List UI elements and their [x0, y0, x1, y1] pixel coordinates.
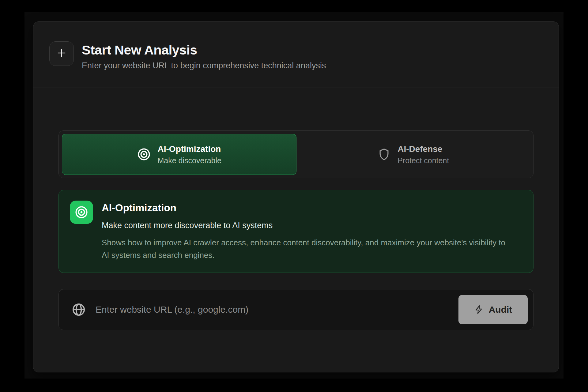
- screen: Start New Analysis Enter your website UR…: [0, 0, 588, 392]
- mode-card-subtitle: Make content more discoverable to AI sys…: [102, 221, 509, 230]
- tab-ai-defense[interactable]: AI-Defense Protect content: [296, 134, 530, 175]
- tab-text: AI-Defense Protect content: [398, 144, 449, 165]
- page-title: Start New Analysis: [82, 42, 326, 58]
- tab-label: AI-Defense: [398, 144, 449, 154]
- mode-card-description: Shows how to improve AI crawler access, …: [102, 236, 509, 262]
- tab-sublabel: Protect content: [398, 156, 449, 165]
- panel-body: AI-Optimization Make discoverable AI-Def…: [33, 88, 559, 330]
- website-url-input[interactable]: [96, 289, 458, 330]
- page-subtitle: Enter your website URL to begin comprehe…: [82, 61, 326, 70]
- tab-text: AI-Optimization Make discoverable: [158, 144, 221, 165]
- audit-button-label: Audit: [489, 304, 512, 315]
- lightning-icon: [474, 305, 484, 315]
- start-analysis-panel: Start New Analysis Enter your website UR…: [33, 21, 559, 372]
- tab-ai-optimization[interactable]: AI-Optimization Make discoverable: [62, 134, 296, 175]
- mode-toggle: AI-Optimization Make discoverable AI-Def…: [58, 130, 533, 178]
- mode-card-text: AI-Optimization Make content more discov…: [102, 201, 509, 273]
- panel-header: Start New Analysis Enter your website UR…: [33, 22, 559, 88]
- globe-icon: [72, 303, 86, 317]
- target-icon: [137, 147, 151, 161]
- tab-label: AI-Optimization: [158, 144, 221, 154]
- audit-button[interactable]: Audit: [458, 295, 528, 324]
- mode-description-card: AI-Optimization Make content more discov…: [58, 190, 533, 273]
- target-icon: [70, 201, 93, 224]
- header-text: Start New Analysis Enter your website UR…: [82, 41, 326, 70]
- url-input-container: Audit: [58, 289, 533, 330]
- tab-sublabel: Make discoverable: [158, 156, 221, 165]
- plus-icon: [56, 47, 67, 60]
- shield-icon: [377, 148, 391, 161]
- new-analysis-badge: [49, 41, 74, 66]
- mode-card-title: AI-Optimization: [102, 202, 509, 214]
